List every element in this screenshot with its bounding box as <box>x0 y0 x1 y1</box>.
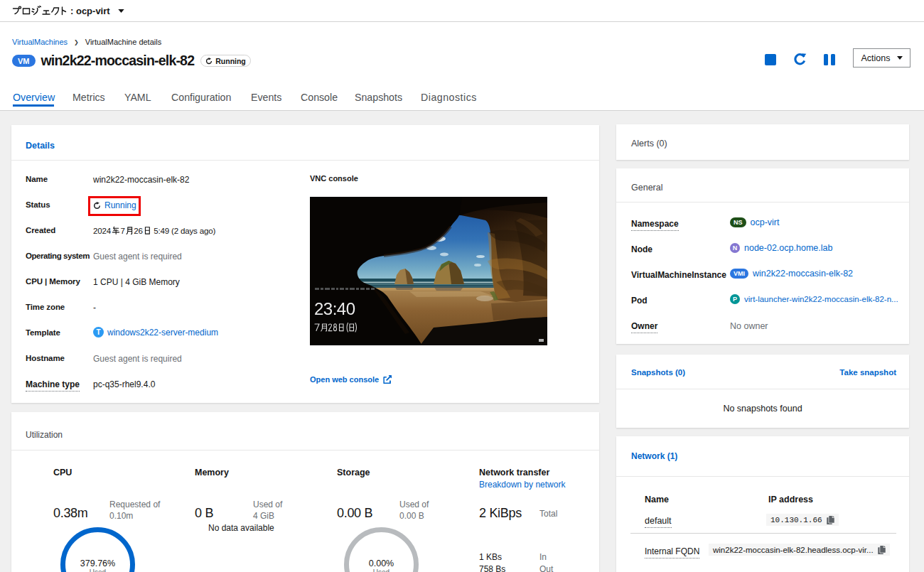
svg-text:0.00%: 0.00% <box>369 558 394 568</box>
svg-text:23:40: 23:40 <box>314 299 355 318</box>
svg-text:Used: Used <box>373 568 390 572</box>
svg-text:379.76%: 379.76% <box>80 558 115 568</box>
svg-text:Used: Used <box>90 568 106 572</box>
